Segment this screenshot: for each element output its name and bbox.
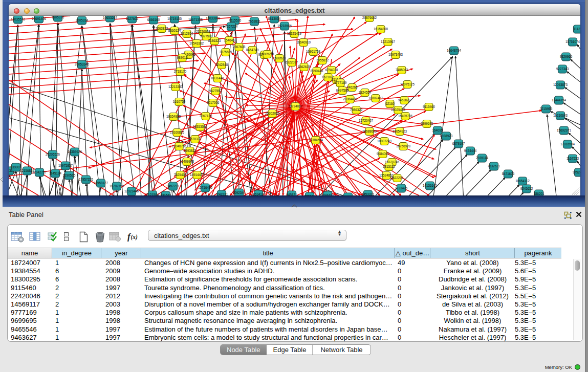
svg-text:2522214: 2522214	[391, 176, 404, 180]
svg-text:12093873: 12093873	[553, 83, 568, 86]
svg-text:939001: 939001	[10, 165, 21, 169]
svg-text:2367608: 2367608	[233, 45, 246, 49]
svg-text:10958127: 10958127	[94, 181, 108, 185]
svg-text:7632621: 7632621	[488, 164, 500, 168]
svg-text:3912954: 3912954	[181, 32, 193, 35]
svg-text:15495786: 15495786	[398, 114, 413, 118]
svg-text:17016504: 17016504	[560, 142, 575, 146]
svg-text:945121: 945121	[286, 193, 297, 195]
svg-text:15692971: 15692971	[557, 128, 572, 132]
svg-text:8234410: 8234410	[321, 193, 334, 195]
svg-text:1527602: 1527602	[126, 17, 139, 20]
svg-text:17046786: 17046786	[172, 144, 187, 148]
svg-text:9684067: 9684067	[377, 152, 389, 156]
svg-text:9777169: 9777169	[334, 81, 347, 84]
svg-text:8990448: 8990448	[311, 69, 323, 73]
svg-text:19654933: 19654933	[166, 115, 181, 118]
svg-text:18724007: 18724007	[288, 104, 303, 108]
svg-text:62160: 62160	[385, 102, 395, 105]
svg-text:1362615: 1362615	[298, 65, 311, 69]
svg-text:6899695: 6899695	[421, 122, 433, 125]
svg-text:20206526: 20206526	[46, 152, 60, 156]
svg-text:8186323: 8186323	[208, 39, 221, 42]
svg-text:6322037: 6322037	[286, 60, 298, 64]
svg-text:7663811: 7663811	[248, 19, 261, 23]
svg-text:6794028: 6794028	[325, 68, 338, 72]
svg-text:19384554: 19384554	[309, 138, 323, 142]
svg-text:9474444: 9474444	[464, 149, 477, 152]
svg-text:19218506: 19218506	[277, 24, 292, 28]
svg-text:3493822: 3493822	[184, 149, 197, 152]
svg-text:16033809: 16033809	[206, 16, 221, 20]
svg-text:1145194: 1145194	[49, 171, 62, 175]
svg-text:15716485: 15716485	[198, 186, 213, 189]
svg-text:6879197: 6879197	[452, 142, 465, 145]
svg-text:12923446: 12923446	[124, 189, 139, 193]
svg-text:7742231: 7742231	[215, 192, 228, 195]
svg-text:1092344: 1092344	[233, 191, 246, 194]
svg-text:18807249: 18807249	[377, 139, 392, 143]
svg-text:7357224: 7357224	[225, 25, 238, 28]
svg-text:16782759: 16782759	[110, 184, 124, 188]
svg-text:20053346: 20053346	[75, 62, 90, 66]
svg-text:16648784: 16648784	[447, 49, 462, 52]
svg-text:931542: 931542	[160, 193, 171, 195]
svg-text:16961758: 16961758	[306, 50, 321, 53]
svg-text:16640910: 16640910	[296, 40, 311, 44]
svg-text:9457791: 9457791	[167, 184, 180, 188]
svg-text:9329966: 9329966	[560, 55, 573, 58]
svg-text:14359926: 14359926	[68, 150, 82, 154]
svg-text:8454749: 8454749	[246, 48, 259, 52]
svg-text:3824554: 3824554	[359, 91, 372, 94]
svg-text:10653267: 10653267	[103, 16, 118, 19]
svg-text:6497568: 6497568	[336, 89, 349, 92]
svg-text:12213383: 12213383	[168, 85, 183, 89]
svg-text:7663822: 7663822	[156, 27, 168, 30]
svg-text:14136141: 14136141	[423, 184, 438, 187]
svg-text:772341: 772341	[304, 194, 315, 195]
svg-text:15751074: 15751074	[565, 40, 580, 43]
svg-text:16210643: 16210643	[553, 114, 568, 117]
svg-text:10543362: 10543362	[189, 41, 204, 45]
svg-text:3875685: 3875685	[220, 50, 232, 54]
svg-text:10807487: 10807487	[368, 96, 383, 100]
svg-text:1905316: 1905316	[52, 16, 64, 19]
svg-text:8813054: 8813054	[268, 17, 281, 20]
svg-text:164095: 164095	[432, 128, 443, 132]
svg-text:20876662: 20876662	[362, 16, 377, 19]
svg-text:10973493: 10973493	[388, 53, 403, 56]
svg-text:25302035: 25302035	[265, 112, 280, 115]
svg-text:9245652: 9245652	[520, 187, 533, 190]
svg-text:3215955: 3215955	[540, 107, 553, 111]
svg-text:12942757: 12942757	[32, 170, 47, 174]
svg-text:8660124: 8660124	[168, 29, 181, 32]
svg-text:186201: 186201	[533, 192, 545, 195]
svg-text:7515526: 7515526	[229, 18, 242, 22]
svg-text:17957255: 17957255	[79, 178, 94, 181]
svg-text:15720407: 15720407	[359, 119, 374, 122]
svg-text:10025438: 10025438	[391, 108, 406, 112]
svg-text:8031440: 8031440	[211, 76, 224, 80]
svg-text:3267130: 3267130	[200, 114, 212, 118]
svg-text:16409948: 16409948	[180, 160, 194, 163]
svg-text:7485063: 7485063	[396, 68, 408, 72]
svg-text:10975857: 10975857	[58, 164, 73, 167]
svg-text:1290515: 1290515	[63, 173, 76, 177]
svg-text:989016: 989016	[177, 56, 188, 59]
svg-text:6466160: 6466160	[147, 18, 160, 21]
svg-text:10688609: 10688609	[362, 129, 377, 133]
svg-text:9017006: 9017006	[207, 101, 220, 104]
svg-text:12213967: 12213967	[381, 40, 396, 43]
svg-text:12444154: 12444154	[552, 98, 567, 102]
svg-text:19654923: 19654923	[393, 129, 407, 133]
svg-text:12975125: 12975125	[400, 82, 415, 86]
svg-text:2005334: 2005334	[76, 18, 89, 22]
svg-text:13325419: 13325419	[287, 32, 302, 35]
svg-text:20691406: 20691406	[32, 17, 47, 20]
svg-text:9227343: 9227343	[556, 67, 569, 71]
svg-text:1167533: 1167533	[567, 157, 579, 160]
svg-text:9115460: 9115460	[423, 105, 435, 108]
svg-text:(x): (x)	[131, 234, 138, 240]
svg-text:9242848: 9242848	[215, 63, 228, 67]
svg-text:1733426: 1733426	[395, 186, 408, 190]
